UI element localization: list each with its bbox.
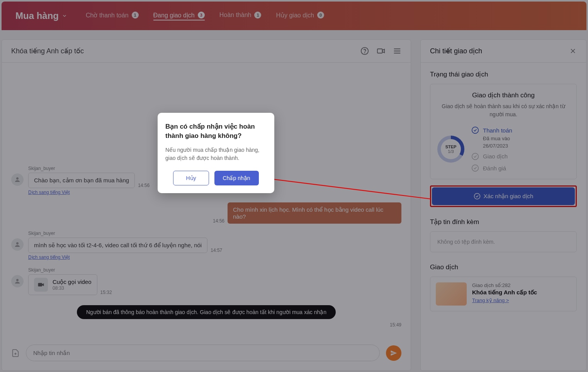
modal-title: Bạn có chấp nhận việc hoàn thành giao hà… xyxy=(165,122,267,141)
modal-overlay[interactable] xyxy=(0,0,588,372)
accept-button[interactable]: Chấp nhận xyxy=(214,171,259,185)
confirm-modal: Bạn có chấp nhận việc hoàn thành giao hà… xyxy=(158,113,274,193)
modal-desc: Nếu người mua chấp thuận giao hàng, giao… xyxy=(165,146,267,162)
cancel-button[interactable]: Hủy xyxy=(173,171,209,185)
